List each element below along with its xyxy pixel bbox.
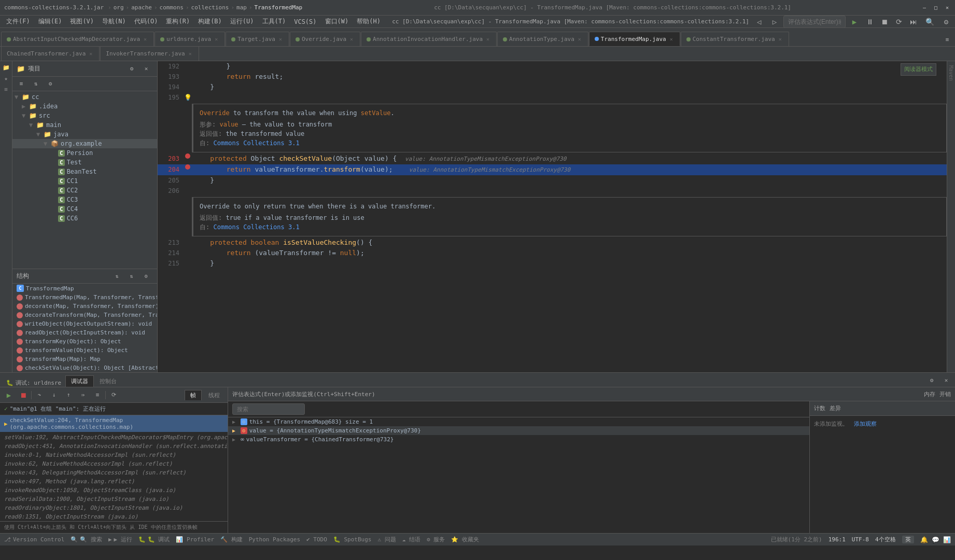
toolbar-search-btn[interactable]: 🔍: [922, 15, 937, 29]
menu-tools[interactable]: 工具(T): [258, 16, 290, 27]
stack-invoke497[interactable]: invoke:497, Method (java.lang.reflect): [0, 477, 228, 486]
selected-frame[interactable]: ▶ checkSetValue:204, TransformedMap (org…: [0, 415, 228, 432]
stack-invokereadobj[interactable]: invokeReadObject:1058, ObjectStreamClass…: [0, 486, 228, 495]
debug-resume-btn[interactable]: ▶: [2, 388, 16, 402]
toolbar-btn-2[interactable]: ⏹: [878, 15, 891, 29]
tab-invoker[interactable]: InvokerTransformer.java ✕: [100, 46, 199, 61]
tab-close-abstractmap[interactable]: ✕: [142, 36, 148, 43]
status-profiler[interactable]: 📊 Profiler: [176, 536, 214, 543]
status-search[interactable]: 🔍 🔍 搜索: [71, 536, 102, 543]
stack-readordinary[interactable]: readOrdinaryObject:1801, ObjectInputStre…: [0, 503, 228, 512]
tree-item-idea[interactable]: ▶ 📁 .idea: [12, 102, 157, 111]
status-vcs[interactable]: ⎇ Version Control: [4, 536, 64, 543]
debug-stepinto-btn[interactable]: ↓: [47, 388, 61, 402]
structure-class[interactable]: C TransformedMap: [12, 284, 157, 293]
status-spotbugs[interactable]: 🐛 SpotBugs: [333, 536, 372, 543]
maximize-button[interactable]: □: [932, 4, 939, 11]
right-tool-1[interactable]: Maven: [947, 63, 955, 83]
stack-readserialdata[interactable]: readSerialData:1900, ObjectInputStream (…: [0, 495, 228, 503]
tree-item-cc3[interactable]: C CC3: [12, 195, 157, 204]
tree-item-cc4[interactable]: C CC4: [12, 204, 157, 214]
stack-invoke0[interactable]: invoke:0-1, NativeMethodAccessorImpl (su…: [0, 451, 228, 459]
tab-abstractmap[interactable]: AbstractInputCheckedMapDecorator.java ✕: [1, 32, 154, 46]
structure-settings[interactable]: ⚙: [139, 270, 153, 283]
threads-tab[interactable]: 线程: [203, 390, 226, 400]
toolbar-settings-btn[interactable]: ⚙: [939, 15, 953, 29]
bookmark-icon[interactable]: ★: [3, 74, 9, 83]
structure-method-writeobject[interactable]: writeObject(ObjectOutputStream): void: [12, 319, 157, 328]
tab-constanttransformer[interactable]: ConstantTransformer.java ✕: [681, 32, 789, 46]
ime-indicator[interactable]: 英: [902, 536, 914, 543]
tree-item-persion[interactable]: C Persion: [12, 148, 157, 158]
debug-stepover-btn[interactable]: ↷: [33, 388, 46, 402]
structure-method-constructor[interactable]: TransformedMap(Map, Transformer, Transfo…: [12, 293, 157, 302]
stack-readobject[interactable]: readObject:451, AnnotationInvocationHand…: [0, 442, 228, 451]
toolbar-btn-1[interactable]: ⏸: [863, 15, 877, 29]
bottom-close-btn[interactable]: ✕: [939, 373, 953, 387]
debug-stepout-btn[interactable]: ↑: [62, 388, 75, 402]
tree-item-test[interactable]: C Test: [12, 158, 157, 167]
tab-close-target[interactable]: ✕: [277, 36, 284, 43]
menu-vcs[interactable]: VCS(S): [290, 16, 320, 27]
tab-close-invoker[interactable]: ✕: [187, 51, 193, 57]
menu-navigate[interactable]: 导航(N): [98, 16, 130, 27]
breakpoint-204[interactable]: [185, 164, 190, 170]
debug-frames-btn[interactable]: ⟳: [107, 388, 120, 402]
menu-code[interactable]: 代码(O): [130, 16, 162, 27]
menu-run[interactable]: 运行(U): [226, 16, 258, 27]
tab-close-constanttransformer[interactable]: ✕: [777, 36, 783, 43]
status-problems[interactable]: ⚠ 问题: [377, 536, 396, 543]
menu-build[interactable]: 构建(B): [194, 16, 226, 27]
menu-refactor[interactable]: 重构(R): [162, 16, 194, 27]
add-watch-link[interactable]: 添加观察: [854, 421, 877, 427]
frames-tab[interactable]: 帧: [185, 390, 202, 400]
menu-window[interactable]: 窗口(W): [321, 16, 353, 27]
structure-method-readobject[interactable]: readObject(ObjectInputStream): void: [12, 328, 157, 337]
structure-method-transformvalue[interactable]: transformValue(Object): Object: [12, 346, 157, 355]
status-todo[interactable]: ✔ TODO: [306, 536, 327, 543]
nav-back-button[interactable]: ◁: [752, 15, 766, 29]
encoding-indicator[interactable]: UTF-8: [852, 536, 869, 543]
tab-override[interactable]: Override.java ✕: [290, 32, 360, 46]
structure-btn-2[interactable]: ⇅: [125, 270, 138, 283]
bottom-tab-debugger[interactable]: 调试器: [65, 375, 94, 387]
status-build[interactable]: 🔨 构建: [220, 536, 243, 543]
debug-eval-btn[interactable]: ≡: [91, 388, 104, 402]
menu-help[interactable]: 帮助(H): [353, 16, 385, 27]
stack-setvalue[interactable]: setValue:192, AbstractInputCheckedMapDec…: [0, 433, 228, 442]
tree-item-orgexample[interactable]: ▼ 📦 org.example: [12, 139, 157, 148]
toolbar-btn-4[interactable]: ⏭: [907, 15, 920, 29]
tree-item-java[interactable]: ▼ 📁 java: [12, 130, 157, 139]
tree-item-cc6[interactable]: C CC6: [12, 214, 157, 223]
menu-edit[interactable]: 编辑(E): [34, 16, 66, 27]
code-editor[interactable]: 阅读器模式 192 } 193 return result; 194 }: [158, 61, 947, 372]
tab-chained[interactable]: ChainedTransformer.java ✕: [1, 46, 100, 61]
tab-close-chained[interactable]: ✕: [88, 51, 94, 57]
project-icon[interactable]: 📁: [2, 63, 11, 72]
close-button[interactable]: ✕: [944, 4, 951, 11]
position-indicator[interactable]: 196:1: [828, 536, 846, 543]
bottom-settings-btn[interactable]: ⚙: [925, 373, 938, 387]
status-debug[interactable]: 🐛 🐛 调试: [138, 536, 170, 543]
tab-close-annotation-invocation[interactable]: ✕: [485, 36, 491, 43]
debug-search-input[interactable]: [232, 403, 305, 415]
proj-btn-1[interactable]: ≡: [15, 77, 28, 91]
tab-close-transformedmap[interactable]: ✕: [668, 36, 675, 42]
structure-method-checksetvalue[interactable]: checkSetValue(Object): Object [AbstractI…: [12, 363, 157, 372]
status-python-packages[interactable]: Python Packages: [249, 536, 300, 543]
tree-item-cc1[interactable]: C CC1: [12, 176, 157, 186]
status-end[interactable]: ☁ 结语: [402, 536, 420, 543]
status-services[interactable]: ⚙ 服务: [427, 536, 445, 543]
stack-invoke43[interactable]: invoke:43, DelegatingMethodAccessorImpl …: [0, 468, 228, 477]
tab-close-annotation-type[interactable]: ✕: [577, 36, 583, 43]
tree-item-cc[interactable]: ▼ 📁 cc: [12, 92, 157, 102]
structure-method-decoratetransform[interactable]: decorateTransform(Map, Transformer, Tran…: [12, 311, 157, 319]
structure-method-decorate[interactable]: decorate(Map, Transformer, Transformer):…: [12, 302, 157, 311]
tab-annotation-invocation[interactable]: AnnotationInvocationHandler.java ✕: [361, 32, 497, 46]
breakpoint-203[interactable]: [185, 153, 190, 159]
tab-close-urldnsre[interactable]: ✕: [213, 36, 219, 43]
tree-item-cc2[interactable]: C CC2: [12, 186, 157, 195]
stack-invoke62[interactable]: invoke:62, NativeMethodAccessorImpl (sun…: [0, 459, 228, 468]
structure-icon[interactable]: ≡: [3, 85, 9, 94]
nav-forward-button[interactable]: ▷: [768, 15, 781, 29]
